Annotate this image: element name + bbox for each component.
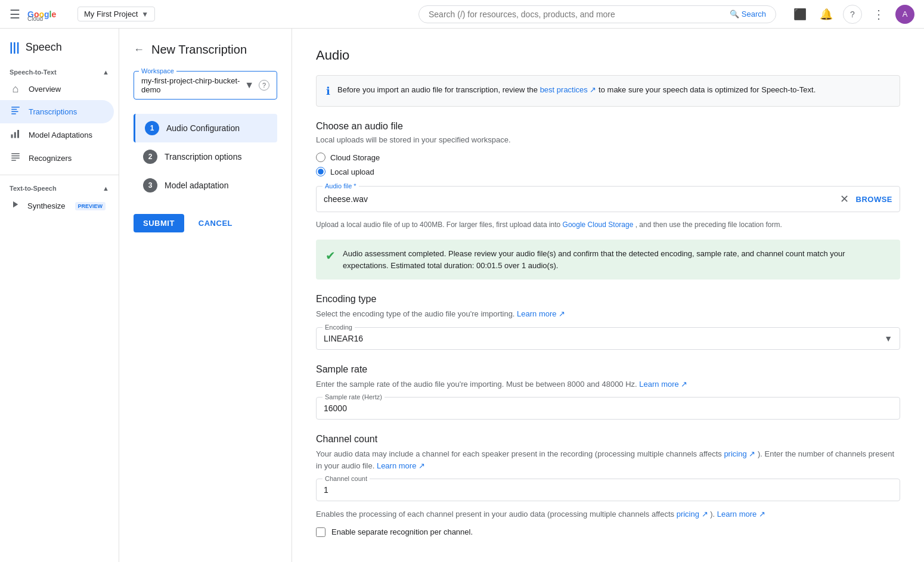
sidebar-item-overview[interactable]: ⌂ Overview (0, 78, 114, 100)
workspace-label: Workspace (139, 67, 176, 74)
collapse-icon: ▲ (103, 69, 109, 76)
info-icon: ℹ (326, 85, 330, 98)
success-text: Audio assessment completed. Please revie… (343, 248, 891, 271)
google-cloud-storage-link[interactable]: Google Cloud Storage (563, 221, 634, 229)
step-2-transcription-options[interactable]: 2 Transcription options (134, 142, 277, 171)
avatar[interactable]: A (895, 5, 914, 24)
cloud-storage-radio[interactable] (316, 153, 325, 162)
google-logo-svg: Google Cloud (27, 8, 68, 21)
channel-count-label: Channel count (323, 475, 370, 482)
separate-recognition-label: Enable separate recognition per channel. (331, 527, 473, 536)
speech-logo-icon: ||| (10, 41, 20, 54)
workspace-select-row[interactable]: my-first-project-chirp-bucket-demo ▼ ? (141, 76, 269, 94)
cloud-storage-option[interactable]: Cloud Storage (316, 153, 900, 162)
success-box: ✔ Audio assessment completed. Please rev… (316, 240, 900, 280)
top-navigation: ☰ Google Cloud My First Project ▼ 🔍 Sear… (0, 0, 924, 29)
panel-title: New Transcription (151, 43, 247, 57)
audio-file-row: cheese.wav ✕ BROWSE (317, 187, 900, 212)
channel-count-input-wrapper: Channel count (316, 479, 900, 501)
submit-button[interactable]: SUBMIT (134, 214, 184, 232)
sample-rate-title: Sample rate (316, 364, 900, 375)
overview-icon: ⌂ (10, 83, 21, 95)
clear-file-icon[interactable]: ✕ (840, 192, 849, 206)
sidebar-item-synthesize[interactable]: Synthesize PREVIEW (0, 194, 114, 218)
more-options-icon[interactable]: ⋮ (869, 5, 888, 24)
search-input[interactable] (429, 10, 730, 19)
model-adaptations-icon (10, 128, 21, 142)
step-3-number: 3 (143, 178, 157, 192)
panel-header: ← New Transcription (119, 43, 292, 71)
audio-file-input-group: Audio file * cheese.wav ✕ BROWSE (316, 186, 900, 212)
svg-rect-3 (11, 109, 17, 110)
sidebar-item-recognizers[interactable]: Recognizers (0, 147, 114, 170)
workspace-help-icon[interactable]: ? (259, 80, 269, 91)
notifications-icon[interactable]: 🔔 (817, 5, 836, 24)
audio-file-label: Audio file * (323, 182, 359, 190)
back-button[interactable]: ← (134, 44, 144, 56)
right-panel: Audio ℹ Before you import an audio file … (292, 29, 924, 562)
speech-to-text-section[interactable]: Speech-to-Text ▲ (0, 64, 119, 78)
svg-rect-9 (11, 153, 20, 154)
svg-rect-10 (11, 156, 20, 157)
audio-source-radio-group: Cloud Storage Local upload (316, 153, 900, 176)
info-text: Before you import an audio file for tran… (337, 84, 816, 96)
choose-audio-section: Choose an audio file Local uploads will … (316, 121, 900, 176)
best-practices-link[interactable]: best practices ↗ (540, 85, 597, 94)
pricing-link-1[interactable]: pricing ↗ (724, 449, 755, 458)
encoding-learn-more-link[interactable]: Learn more ↗ (517, 309, 565, 318)
success-icon: ✔ (325, 249, 336, 263)
pricing-link-2[interactable]: pricing ↗ (677, 510, 708, 518)
encoding-field-label: Encoding (323, 324, 355, 331)
sample-rate-input[interactable] (317, 398, 900, 419)
encoding-select[interactable]: LINEAR16 MP3 FLAC (317, 328, 900, 349)
stepper: 1 Audio Configuration 2 Transcription op… (119, 114, 292, 200)
section-title: Audio (316, 48, 900, 63)
cancel-button[interactable]: CANCEL (191, 214, 240, 232)
search-button[interactable]: 🔍 Search (730, 10, 766, 18)
step-3-label: Model adaptation (165, 181, 228, 190)
sidebar-item-model-adaptations[interactable]: Model Adaptations (0, 123, 114, 147)
local-upload-option[interactable]: Local upload (316, 167, 900, 176)
sidebar-item-transcriptions[interactable]: Transcriptions (0, 100, 114, 123)
stepper-actions: SUBMIT CANCEL (119, 200, 292, 232)
svg-rect-12 (11, 160, 16, 161)
step-2-label: Transcription options (165, 152, 241, 162)
local-upload-radio[interactable] (316, 167, 325, 176)
main-area: ← New Transcription Workspace my-first-p… (119, 29, 924, 562)
step-3-model-adaptation[interactable]: 3 Model adaptation (134, 171, 277, 200)
search-icon: 🔍 (730, 10, 739, 18)
channel-learn-more-link[interactable]: Learn more ↗ (377, 461, 425, 470)
svg-marker-13 (13, 201, 18, 208)
channel-count-note: Enables the processing of each channel p… (316, 508, 900, 520)
sample-rate-input-wrapper: Sample rate (Hertz) (316, 397, 900, 420)
file-hint: Upload a local audio file of up to 400MB… (316, 219, 900, 230)
step-2-number: 2 (143, 150, 157, 164)
text-to-speech-section[interactable]: Text-to-Speech ▲ (0, 180, 119, 194)
separate-recognition-checkbox[interactable] (316, 527, 325, 537)
preview-badge: PREVIEW (75, 202, 106, 210)
help-icon[interactable]: ? (843, 5, 862, 24)
note-learn-more-link[interactable]: Learn more ↗ (717, 510, 765, 518)
tts-collapse-icon: ▲ (103, 185, 109, 192)
browse-button[interactable]: BROWSE (856, 195, 893, 204)
sample-rate-learn-more-link[interactable]: Learn more ↗ (639, 380, 687, 389)
step-1-audio-config[interactable]: 1 Audio Configuration (134, 114, 277, 142)
workspace-selector[interactable]: Workspace my-first-project-chirp-bucket-… (134, 71, 277, 100)
channel-count-desc: Your audio data may include a channel fo… (316, 448, 900, 471)
workspace-dropdown-icon[interactable]: ▼ (244, 80, 254, 91)
recognizers-icon (10, 151, 21, 165)
svg-text:Cloud: Cloud (27, 15, 43, 21)
sample-rate-label: Sample rate (Hertz) (323, 393, 385, 400)
separate-recognition-checkbox-row[interactable]: Enable separate recognition per channel. (316, 527, 900, 537)
terminal-icon[interactable]: ⬛ (790, 5, 810, 24)
hamburger-menu-icon[interactable]: ☰ (10, 7, 20, 21)
choose-audio-desc: Local uploads will be stored in your spe… (316, 135, 900, 144)
channel-count-section: Channel count Your audio data may includ… (316, 434, 900, 537)
synthesize-icon (10, 199, 20, 213)
project-selector[interactable]: My First Project ▼ (77, 7, 155, 21)
local-upload-label: Local upload (330, 167, 374, 176)
channel-count-input[interactable] (317, 479, 900, 501)
left-panel: ← New Transcription Workspace my-first-p… (119, 29, 292, 562)
project-dropdown-icon: ▼ (141, 10, 148, 18)
sample-rate-section: Sample rate Enter the sample rate of the… (316, 364, 900, 420)
